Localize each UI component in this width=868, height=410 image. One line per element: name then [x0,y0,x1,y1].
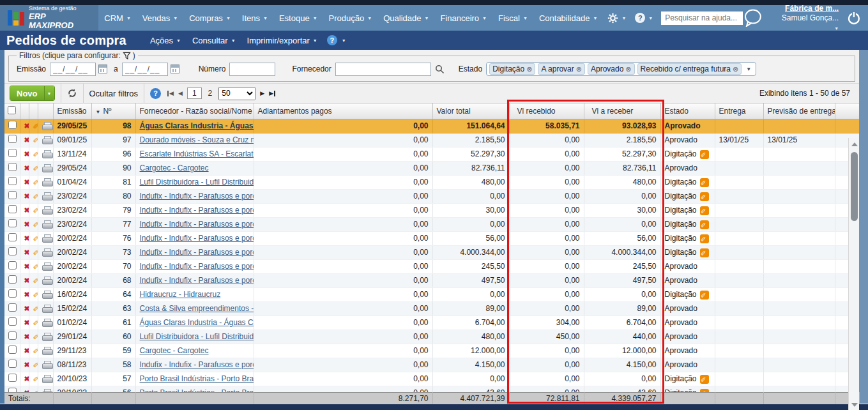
vertical-scrollbar[interactable] [848,138,859,410]
header-previsao[interactable]: Previsão de entrega [763,103,835,119]
menu-item-vendas[interactable]: Vendas▼ [137,13,183,23]
print-icon[interactable] [42,220,52,229]
print-icon[interactable] [42,262,52,271]
scroll-up-icon[interactable] [849,139,860,149]
estado-edit-icon[interactable]: ✎ [700,192,709,201]
supplier-link[interactable]: Indufix - Indufix - Parafusos e porcas [140,234,254,243]
supplier-link[interactable]: Águas Claras Industria - Águas Claras I.… [140,318,254,327]
estado-edit-icon[interactable]: ✎ [700,206,709,215]
row-checkbox[interactable] [8,163,17,171]
supplier-link[interactable]: Porto Brasil Indústrias - Porto Brasil I… [140,374,254,383]
prev-page-icon[interactable]: ◀ [178,90,183,96]
edit-icon[interactable]: ✎ [32,333,38,340]
edit-icon[interactable]: ✎ [32,137,38,143]
table-row[interactable]: ✖✎20/02/2476Indufix - Indufix - Parafuso… [4,231,859,245]
row-checkbox[interactable] [8,149,17,157]
delete-icon[interactable]: ✖ [24,262,29,270]
estado-tag[interactable]: Aprovado⊗ [588,63,635,75]
row-checkbox[interactable] [8,360,17,368]
scrollbar-thumb[interactable] [851,152,858,221]
supplier-link[interactable]: Águas Claras Industria - Águas Claras I.… [140,121,254,130]
estado-edit-icon[interactable]: ✎ [700,291,709,300]
chat-bubble-icon[interactable] [743,9,765,27]
delete-icon[interactable]: ✖ [24,305,29,312]
supplier-link[interactable]: Dourado móveis - Souza e Cruz móveis ... [140,135,254,144]
header-fornecedor[interactable]: Fornecedor - Razão social/Nome [135,103,254,119]
supplier-link[interactable]: Indufix - Indufix - Parafusos e porcas [140,360,254,369]
header-valor-total[interactable]: Valor total [432,103,509,119]
table-row[interactable]: ✖✎29/05/2490Cargotec - Cargotec0,0082.73… [4,161,859,175]
estado-multiselect[interactable]: Digitação⊗A aprovar⊗Aprovado⊗Recebido c/… [486,62,756,76]
supplier-link[interactable]: Escarlate Indústrias SA - Escarlate Indú… [140,149,254,158]
current-page[interactable]: 1 [187,87,202,99]
first-page-icon[interactable]: ◀ [167,90,174,96]
page-menu-a-es[interactable]: Ações▼ [144,36,187,45]
next-page-icon[interactable]: ▶ [260,90,264,96]
page-menu-imprimir-exportar[interactable]: Imprimir/exportar▼ [241,36,323,45]
novo-dropdown-icon[interactable]: ▼ [44,86,54,100]
print-icon[interactable] [42,192,52,201]
supplier-link[interactable]: Cargotec - Cargotec [140,163,209,172]
table-row[interactable]: ✖✎08/11/2358Indufix - Indufix - Parafuso… [4,358,859,372]
edit-icon[interactable]: ✎ [32,235,38,241]
remove-tag-icon[interactable]: ⊗ [576,65,582,73]
fornecedor-input[interactable] [335,63,431,76]
estado-tag[interactable]: Recebido c/ entrega futura⊗ [637,63,742,75]
supplier-link[interactable]: Indufix - Indufix - Parafusos e porcas [140,206,254,215]
table-row[interactable]: ✖✎29/05/2598Águas Claras Industria - Águ… [4,119,859,133]
delete-icon[interactable]: ✖ [24,122,29,130]
delete-icon[interactable]: ✖ [24,291,29,298]
print-icon[interactable] [42,136,52,144]
edit-icon[interactable]: ✎ [32,263,38,270]
help-search-input[interactable] [661,11,743,25]
edit-icon[interactable]: ✎ [32,151,38,157]
delete-icon[interactable]: ✖ [24,277,29,284]
delete-icon[interactable]: ✖ [24,164,29,172]
header-entrega[interactable]: Entrega [715,103,763,119]
row-checkbox[interactable] [8,177,17,185]
row-checkbox[interactable] [8,205,17,213]
print-icon[interactable] [42,361,52,369]
page-2-link[interactable]: 2 [206,88,215,98]
chevron-down-icon[interactable]: ▼ [342,38,346,43]
app-logo[interactable]: Sistema de gestão ERP MAXIPROD [0,5,98,31]
edit-icon[interactable]: ✎ [32,165,38,171]
header-vl-recebido[interactable]: Vl recebido [509,103,584,119]
header-adiantamentos[interactable]: Adiantamentos pagos [254,103,432,119]
edit-icon[interactable]: ✎ [32,277,38,284]
row-checkbox[interactable] [8,135,17,143]
edit-icon[interactable]: ✎ [32,319,38,326]
emissao-from-input[interactable] [50,63,96,76]
estado-edit-icon[interactable]: ✎ [700,375,709,384]
remove-tag-icon[interactable]: ⊗ [625,65,631,73]
table-row[interactable]: ✖✎29/11/2359Cargotec - Cargotec0,0012.00… [4,344,859,358]
print-icon[interactable] [42,305,52,313]
estado-edit-icon[interactable]: ✎ [700,248,709,257]
table-row[interactable]: ✖✎15/02/2463Costa & Silva empreendimento… [4,301,859,315]
delete-icon[interactable]: ✖ [24,136,29,144]
row-checkbox[interactable] [8,261,17,270]
remove-tag-icon[interactable]: ⊗ [526,65,532,73]
table-row[interactable]: ✖✎23/02/2477Indufix - Indufix - Parafuso… [4,217,859,231]
user-menu[interactable]: Samuel Gonça... ▼ [772,13,839,33]
delete-icon[interactable]: ✖ [24,347,29,354]
menu-item-itens[interactable]: Itens▼ [236,13,273,23]
supplier-link[interactable]: Lufil Distribuidora - Lufil Distribuidor… [140,178,254,186]
delete-icon[interactable]: ✖ [24,389,29,392]
estado-tag[interactable]: Digitação⊗ [489,63,535,75]
numero-input[interactable] [229,63,275,76]
row-checkbox[interactable] [8,121,17,129]
table-row[interactable]: ✖✎09/01/2597Dourado móveis - Souza e Cru… [4,133,859,147]
row-checkbox[interactable] [8,345,17,354]
delete-icon[interactable]: ✖ [24,234,29,242]
delete-icon[interactable]: ✖ [24,319,29,326]
print-icon[interactable] [42,248,52,257]
supplier-link[interactable]: Costa & Silva empreendimentos - Costa ..… [140,304,254,313]
menu-item-contabilidade[interactable]: Contabilidade▼ [533,13,603,23]
table-row[interactable]: ✖✎16/02/2464Hidraucruz - Hidraucruz0,000… [4,287,859,301]
edit-icon[interactable]: ✎ [32,291,38,298]
print-icon[interactable] [42,178,52,186]
table-row[interactable]: ✖✎20/02/2468Indufix - Indufix - Parafuso… [4,273,859,287]
delete-icon[interactable]: ✖ [24,220,29,228]
estado-edit-icon[interactable]: ✎ [700,178,709,187]
